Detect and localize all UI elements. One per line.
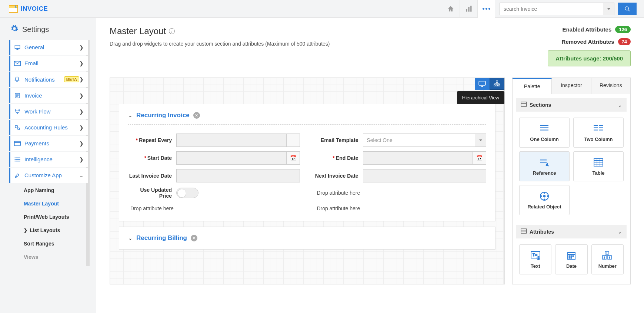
chevron-right-icon: ❯ xyxy=(24,228,27,233)
svg-text:2: 2 xyxy=(604,256,605,259)
page-title: Master Layout i xyxy=(110,26,548,36)
svg-text:3: 3 xyxy=(609,256,610,259)
subitem-print-web[interactable]: Print/Web Layouts xyxy=(20,210,88,224)
panel-sections-header[interactable]: Sections ⌄ xyxy=(516,98,627,112)
search-button[interactable] xyxy=(618,3,637,15)
analytics-icon[interactable] xyxy=(460,0,477,18)
sidebar-item-accounting[interactable]: Accounting Rules ❯ xyxy=(9,120,88,135)
list-icon xyxy=(14,157,21,162)
end-date-input[interactable] xyxy=(363,151,473,165)
svg-rect-32 xyxy=(521,102,527,106)
app-logo[interactable]: INVOICE xyxy=(9,5,48,13)
subitem-sort-ranges[interactable]: Sort Ranges xyxy=(20,237,88,250)
widget-number[interactable]: 123 Number xyxy=(591,244,624,274)
drop-zone[interactable]: Drop attribute here xyxy=(128,203,300,214)
svg-rect-31 xyxy=(498,85,500,86)
svg-rect-76 xyxy=(569,257,570,258)
last-invoice-label: Last Invoice Date xyxy=(129,173,172,179)
widget-text[interactable]: T= Text xyxy=(519,244,551,274)
sidebar: Settings General ❯ Email ❯ Notifications… xyxy=(0,18,96,313)
one-column-icon xyxy=(522,123,567,134)
subitem-list-layouts[interactable]: ❯List Layouts xyxy=(20,224,88,237)
widget-one-column[interactable]: One Column xyxy=(519,118,570,148)
section-recurring-invoice[interactable]: ⌄ Recurring Invoice ✕ *Repeat Every Emai… xyxy=(119,104,495,221)
last-invoice-input[interactable] xyxy=(176,169,300,182)
more-menu[interactable] xyxy=(477,0,495,18)
widget-two-column[interactable]: Two Column xyxy=(573,118,624,148)
sidebar-item-customize[interactable]: Customize App ⌄ xyxy=(9,168,88,183)
home-icon[interactable] xyxy=(442,0,460,18)
tab-inspector[interactable]: Inspector xyxy=(552,78,591,94)
sidebar-item-general[interactable]: General ❯ xyxy=(9,40,88,55)
enabled-attr-label: Enabled Attributes xyxy=(563,26,612,33)
start-date-input[interactable] xyxy=(176,151,287,165)
sidebar-item-payments[interactable]: Payments ❯ xyxy=(9,136,88,151)
chevron-right-icon: ❯ xyxy=(79,109,84,115)
svg-point-60 xyxy=(540,195,542,197)
svg-point-57 xyxy=(544,192,545,194)
gears-icon xyxy=(14,125,21,131)
sidebar-item-email[interactable]: Email ❯ xyxy=(9,56,88,71)
section-recurring-billing[interactable]: ⌄ Recurring Billing ✕ xyxy=(119,227,495,250)
use-updated-label: Use Updated Price xyxy=(140,187,172,199)
desktop-view-button[interactable] xyxy=(475,78,490,90)
sidebar-item-notifications[interactable]: Notifications BETA ❯ xyxy=(9,72,88,87)
chevron-right-icon: ❯ xyxy=(79,156,84,162)
chevron-down-icon[interactable]: ⌄ xyxy=(128,112,133,118)
sidebar-title: Settings xyxy=(22,25,49,34)
next-invoice-input[interactable] xyxy=(363,169,487,182)
remove-section-button[interactable]: ✕ xyxy=(191,235,197,241)
workflow-icon xyxy=(14,109,21,115)
sidebar-item-invoice[interactable]: Invoice ❯ xyxy=(9,88,88,103)
drop-zone[interactable]: Drop attribute here xyxy=(315,203,487,214)
svg-point-17 xyxy=(18,128,20,129)
panel-attributes-header[interactable]: Attributes ⌄ xyxy=(516,225,627,238)
invoice-icon xyxy=(9,5,18,13)
layout-canvas[interactable]: Hierarchical View ⌄ Recurring Invoice ✕ … xyxy=(110,78,505,284)
remove-section-button[interactable]: ✕ xyxy=(193,112,200,119)
tab-palette[interactable]: Palette xyxy=(513,78,552,94)
widget-table[interactable]: Table xyxy=(573,151,624,181)
svg-point-59 xyxy=(544,199,545,200)
beta-badge: BETA xyxy=(64,76,79,82)
sections-icon xyxy=(521,102,527,108)
related-object-icon xyxy=(522,191,567,202)
svg-rect-30 xyxy=(496,85,498,86)
hierarchical-tooltip: Hierarchical View xyxy=(457,91,504,104)
sidebar-item-intelligence[interactable]: Intelligence ❯ xyxy=(9,152,88,167)
date-icon xyxy=(558,250,585,261)
use-updated-toggle[interactable] xyxy=(176,188,198,198)
calendar-icon[interactable]: 📅 xyxy=(473,151,486,165)
repeat-unit-dropdown[interactable] xyxy=(287,134,300,147)
document-icon xyxy=(14,93,21,99)
search-input[interactable] xyxy=(500,3,603,15)
tab-revisions[interactable]: Revisions xyxy=(591,78,630,94)
repeat-every-input[interactable] xyxy=(176,134,287,147)
widget-related-object[interactable]: Related Object xyxy=(519,185,570,215)
section-title: Recurring Invoice xyxy=(136,112,190,119)
subitem-app-naming[interactable]: App Naming xyxy=(20,184,88,197)
usage-indicator: Attributes usage: 200/500 xyxy=(548,50,631,66)
widget-date[interactable]: Date xyxy=(555,244,587,274)
drop-zone[interactable]: Drop attribute here xyxy=(315,187,487,199)
svg-rect-2 xyxy=(470,6,471,11)
search-dropdown[interactable] xyxy=(603,3,614,15)
chevron-down-icon[interactable]: ⌄ xyxy=(128,235,133,241)
subitem-master-layout[interactable]: Master Layout xyxy=(20,197,88,210)
svg-point-16 xyxy=(15,125,18,128)
calendar-icon[interactable]: 📅 xyxy=(287,151,300,165)
two-column-icon xyxy=(576,123,621,134)
chevron-down-icon: ⌄ xyxy=(618,102,622,108)
chevron-right-icon: ❯ xyxy=(79,125,84,131)
chevron-right-icon: ❯ xyxy=(79,76,84,82)
sidebar-item-workflow[interactable]: Work Flow ❯ xyxy=(9,104,88,119)
email-template-select[interactable]: Select One xyxy=(363,134,487,147)
chevron-down-icon: ⌄ xyxy=(79,172,84,178)
widget-reference[interactable]: Reference xyxy=(519,151,570,181)
gear-icon xyxy=(10,24,19,34)
subitem-views[interactable]: Views xyxy=(20,250,88,264)
hierarchical-view-button[interactable] xyxy=(490,78,504,90)
attributes-icon xyxy=(521,228,527,235)
info-icon[interactable]: i xyxy=(169,28,175,34)
chevron-right-icon: ❯ xyxy=(79,93,84,99)
